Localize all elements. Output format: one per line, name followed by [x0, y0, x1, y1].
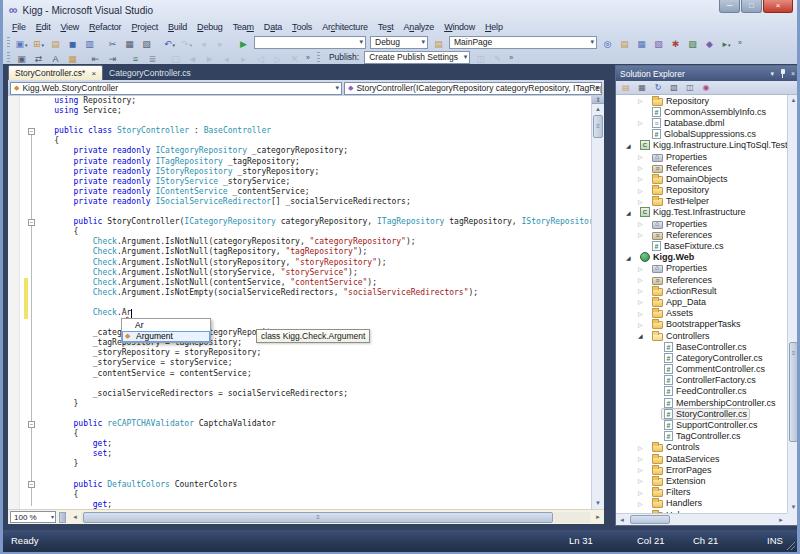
expand-arrow-icon[interactable]: ▷ — [638, 298, 649, 305]
tree-item-extension[interactable]: ▷Extension — [616, 475, 799, 486]
menu-architecture[interactable]: Architecture — [317, 22, 373, 32]
splitter-handle[interactable] — [59, 512, 66, 523]
collapse-region-icon[interactable]: − — [28, 219, 35, 226]
minimize-button[interactable]: ─ — [719, 0, 740, 13]
collapse-region-icon[interactable]: − — [28, 481, 35, 488]
toolbar-grip[interactable] — [7, 52, 10, 63]
tree-item-handlers[interactable]: ▷Handlers — [616, 498, 799, 509]
se-horizontal-scrollbar[interactable]: ◄ ► — [616, 513, 787, 525]
expand-arrow-icon[interactable]: ▷ — [638, 310, 649, 317]
toolbar-grip[interactable] — [317, 52, 320, 63]
tree-item-repository[interactable]: ▷Repository — [616, 185, 799, 196]
resize-grip[interactable] — [785, 540, 795, 550]
tree-item-controllers[interactable]: ◢Controllers — [616, 330, 799, 341]
menu-data[interactable]: Data — [259, 22, 287, 32]
expand-arrow-icon[interactable]: ▷ — [638, 466, 649, 473]
expand-arrow-icon[interactable]: ▷ — [638, 489, 649, 496]
collapse-arrow-icon[interactable]: ◢ — [638, 332, 649, 339]
mainpage-combo[interactable]: MainPage — [449, 36, 597, 49]
tree-item-references[interactable]: ▷References — [616, 162, 799, 173]
expand-arrow-icon[interactable]: ▷ — [638, 276, 649, 283]
se-view-designer-icon[interactable]: ◉ — [699, 82, 713, 94]
scrollbar-thumb[interactable] — [789, 342, 798, 442]
toolbar-grip[interactable] — [7, 37, 10, 48]
expand-arrow-icon[interactable]: ▷ — [638, 500, 649, 507]
editor-horizontal-scrollbar[interactable]: ≡ — [81, 512, 590, 523]
debug-combo[interactable]: Debug — [370, 36, 428, 49]
scroll-left-icon[interactable]: ◄ — [616, 517, 628, 523]
scroll-up-icon[interactable]: ▲ — [592, 104, 604, 115]
expand-arrow-icon[interactable]: ▷ — [638, 287, 649, 294]
members-dropdown[interactable]: ◆ StoryController(ICategoryRepository ca… — [344, 82, 602, 95]
se-view-class-diagram-icon[interactable]: ◫ — [683, 82, 697, 94]
solution-explorer-titlebar[interactable]: Solution Explorer ▾ × — [616, 66, 799, 81]
tree-item-app-data[interactable]: ▷App_Data — [616, 296, 799, 307]
tree-item-controllerfactory-cs[interactable]: #ControllerFactory.cs — [616, 375, 799, 386]
collapse-arrow-icon[interactable]: ◢ — [626, 254, 637, 261]
types-dropdown[interactable]: ◆ Kigg.Web.StoryController — [10, 82, 342, 95]
tree-item-tagcontroller-cs[interactable]: #TagController.cs — [616, 431, 799, 442]
scroll-up-icon[interactable]: ▲ — [788, 95, 799, 106]
menu-team[interactable]: Team — [228, 22, 259, 32]
collapse-region-icon[interactable]: − — [28, 421, 35, 428]
window-position-icon[interactable]: ▾ — [770, 70, 774, 78]
tree-item-kigg-test-infrastructure[interactable]: ◢CKigg.Test.Infrastructure — [616, 207, 799, 218]
scrollbar-thumb[interactable]: ≡ — [83, 512, 553, 523]
tree-item-supportcontroller-cs[interactable]: #SupportController.cs — [616, 419, 799, 430]
tree-item-assets[interactable]: ▷Assets — [616, 308, 799, 319]
expand-arrow-icon[interactable]: ▷ — [638, 455, 649, 462]
solution-config-combo[interactable] — [254, 36, 366, 49]
menu-build[interactable]: Build — [163, 22, 192, 32]
toolbar-overflow-icon[interactable]: » — [306, 54, 310, 61]
tree-item-references[interactable]: ▷References — [616, 274, 799, 285]
menu-tools[interactable]: Tools — [287, 22, 317, 32]
scrollbar-thumb[interactable] — [630, 515, 670, 524]
scroll-right-icon[interactable]: ► — [592, 514, 604, 520]
tree-item-filters[interactable]: ▷Filters — [616, 487, 799, 498]
intellisense-item[interactable]: ◆Argument — [122, 331, 210, 343]
expand-arrow-icon[interactable]: ▷ — [638, 97, 649, 104]
menu-project[interactable]: Project — [126, 22, 163, 32]
menu-file[interactable]: File — [7, 22, 31, 32]
tree-item-properties[interactable]: ▷Properties — [616, 218, 799, 229]
expand-arrow-icon[interactable]: ▷ — [638, 153, 649, 160]
collapse-arrow-icon[interactable]: ◢ — [626, 142, 637, 149]
scroll-right-icon[interactable]: ► — [775, 517, 787, 523]
tree-item-references[interactable]: ▷References — [616, 229, 799, 240]
tree-item-errorpages[interactable]: ▷ErrorPages — [616, 464, 799, 475]
pin-icon[interactable] — [780, 69, 786, 78]
tree-item-actionresult[interactable]: ▷ActionResult — [616, 285, 799, 296]
expand-arrow-icon[interactable]: ▷ — [638, 175, 649, 182]
menu-analyze[interactable]: Analyze — [399, 22, 440, 32]
tree-item-categorycontroller-cs[interactable]: #CategoryController.cs — [616, 352, 799, 363]
tree-item-kigg-infrastructure-linqtosql-test[interactable]: ◢CKigg.Infrastructure.LinqToSql.Test — [616, 140, 799, 151]
expand-arrow-icon[interactable]: ▷ — [638, 231, 649, 238]
expand-arrow-icon[interactable]: ▷ — [638, 187, 649, 194]
tree-item-membershipcontroller-cs[interactable]: #MembershipController.cs — [616, 397, 799, 408]
menu-help[interactable]: Help — [480, 22, 508, 32]
expand-arrow-icon[interactable]: ▷ — [638, 220, 649, 227]
scroll-left-icon[interactable]: ◄ — [69, 514, 81, 520]
tree-item-globalsuppressions-cs[interactable]: #GlobalSuppressions.cs — [616, 129, 799, 140]
expand-arrow-icon[interactable]: ▷ — [638, 477, 649, 484]
splitter-handle[interactable]: ⇕ — [592, 96, 604, 104]
expand-arrow-icon[interactable]: ▷ — [638, 444, 649, 451]
se-refresh-icon[interactable]: ↻ — [651, 82, 665, 94]
collapse-arrow-icon[interactable]: ◢ — [626, 209, 637, 216]
menu-test[interactable]: Test — [373, 22, 399, 32]
scroll-down-icon[interactable]: ▼ — [788, 502, 799, 513]
tree-item-domainobjects[interactable]: ▷DomainObjects — [616, 173, 799, 184]
tree-item-controls[interactable]: ▷Controls — [616, 442, 799, 453]
tree-item-commonassemblyinfo-cs[interactable]: #CommonAssemblyInfo.cs — [616, 106, 799, 117]
code-editor[interactable]: − − − − using Repository; using Service;… — [8, 96, 604, 509]
tree-item-dataservices[interactable]: ▷DataServices — [616, 453, 799, 464]
tree-item-basefixture-cs[interactable]: #BaseFixture.cs — [616, 240, 799, 251]
expand-arrow-icon[interactable]: ▷ — [638, 321, 649, 328]
menu-edit[interactable]: Edit — [31, 22, 56, 32]
intellisense-popup[interactable]: Ar◆Argument — [121, 318, 211, 343]
editor-vertical-scrollbar[interactable]: ⇕ ▲ ▼ — [591, 96, 604, 509]
close-button[interactable]: × — [763, 0, 793, 13]
expand-arrow-icon[interactable]: ▷ — [638, 164, 649, 171]
tree-item-testhelper[interactable]: ▷TestHelper — [616, 196, 799, 207]
collapse-region-icon[interactable]: − — [28, 128, 35, 135]
